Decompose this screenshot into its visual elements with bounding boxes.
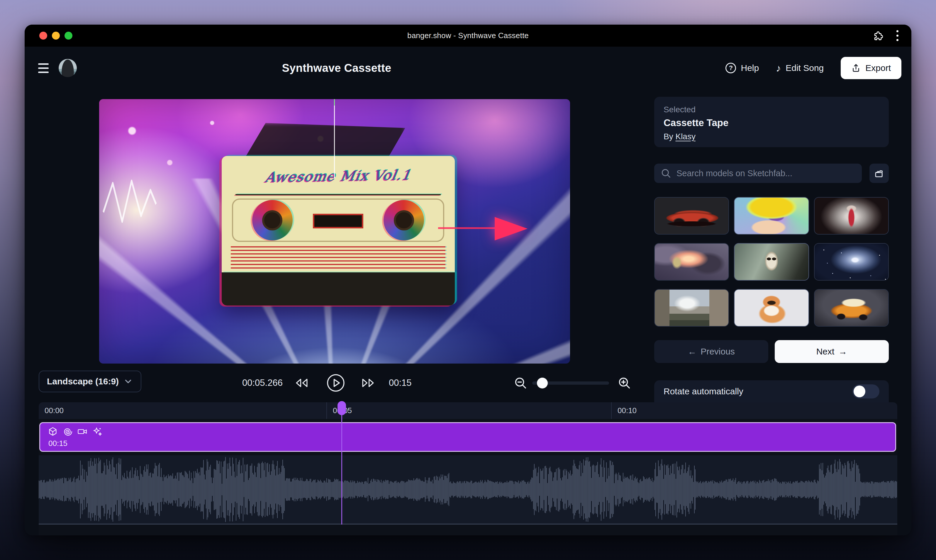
window-title: banger.show - Synthwave Cassette (25, 31, 911, 40)
arrow-right-icon: → (838, 346, 847, 357)
model-thumbnail-storm-angel[interactable] (654, 243, 729, 281)
zoom-out-button[interactable] (514, 363, 527, 402)
fast-forward-button[interactable] (361, 363, 375, 402)
current-time: 00:05.266 (242, 363, 283, 402)
zoom-window-button[interactable] (65, 32, 72, 40)
lightning-zigzag (102, 171, 158, 234)
total-duration: 00:15 (389, 363, 412, 402)
rotate-setting-panel: Rotate automatically (654, 380, 889, 403)
clapperboard-icon (874, 168, 885, 179)
cassette-stripes (231, 246, 445, 269)
edit-song-button[interactable]: ♪ Edit Song (776, 62, 824, 74)
model-sidebar: Selected Cassette Tape By Klasy (654, 97, 889, 147)
share-upload-icon (851, 63, 861, 73)
arrow-left-icon: ← (688, 346, 696, 357)
cassette-base (222, 272, 455, 305)
search-icon (660, 168, 671, 178)
model-thumbnail-galaxy[interactable] (814, 243, 889, 281)
previous-page-button[interactable]: ← Previous (654, 340, 768, 363)
page-title: Synthwave Cassette (282, 47, 391, 89)
next-page-button[interactable]: Next → (775, 340, 889, 363)
sparkles-icon (92, 426, 102, 437)
audio-waveform[interactable] (39, 455, 897, 525)
model-thumbnail-city-street[interactable] (654, 289, 729, 327)
chevron-down-icon (123, 377, 133, 386)
rewind-button[interactable] (294, 363, 309, 402)
cassette-label-text: Awesome Mix Vol.1 Awesome Mix Vol.1 Awes… (222, 161, 455, 191)
model-thumbnail-anime-girl[interactable] (734, 197, 809, 235)
right-reel (383, 200, 424, 240)
window-controls (39, 25, 72, 47)
author-link[interactable]: Klasy (675, 132, 695, 141)
ruler-marker: 00:00 (39, 406, 64, 415)
render-viewport[interactable]: Awesome Mix Vol.1 Awesome Mix Vol.1 Awes… (99, 99, 570, 363)
zoom-slider-knob[interactable] (537, 378, 548, 388)
extensions-icon[interactable] (872, 31, 883, 41)
music-note-icon: ♪ (776, 62, 781, 74)
model-thumbnail-red-sports-car[interactable] (654, 197, 729, 235)
avatar[interactable] (58, 59, 77, 77)
zoom-in-button[interactable] (617, 363, 631, 402)
browser-titlebar: banger.show - Synthwave Cassette (25, 25, 911, 47)
model-grid (654, 197, 889, 327)
hamburger-menu-icon[interactable] (38, 63, 49, 73)
aspect-ratio-select[interactable]: Landscape (16:9) (39, 371, 141, 392)
minimize-window-button[interactable] (52, 32, 60, 40)
rotate-label: Rotate automatically (664, 386, 744, 396)
fast-forward-icon (361, 377, 375, 389)
scan-hairline (334, 99, 335, 178)
selected-model-name: Cassette Tape (664, 117, 879, 128)
arrow-line (438, 227, 499, 229)
red-arrow (495, 217, 528, 240)
model-search-field[interactable] (654, 164, 862, 183)
timeline-ruler[interactable]: 00:00 00:05 00:10 (39, 402, 897, 419)
selected-model-panel: Selected Cassette Tape By Klasy (654, 97, 889, 147)
playhead-line (341, 415, 342, 525)
playback-controls: Landscape (16:9) 00:05.266 00:15 (25, 363, 640, 402)
play-button[interactable] (327, 363, 345, 402)
swirl-icon (62, 426, 72, 437)
model-thumbnail-toy-car[interactable] (814, 289, 889, 327)
export-button[interactable]: Export (841, 57, 901, 79)
model-thumbnail-skull[interactable] (734, 243, 809, 281)
cassette-model[interactable]: Awesome Mix Vol.1 Awesome Mix Vol.1 Awes… (222, 156, 455, 306)
help-icon: ? (725, 63, 736, 73)
app-window: banger.show - Synthwave Cassette Synthwa… (25, 25, 911, 535)
playhead-handle[interactable] (337, 401, 346, 415)
browser-menu-icon[interactable] (896, 30, 899, 41)
model-thumbnail-shiba-dog[interactable] (734, 289, 809, 327)
zoom-out-icon (514, 376, 527, 390)
model-thumbnail-fantasy-warrior[interactable] (814, 197, 889, 235)
label-underline (236, 194, 441, 195)
close-window-button[interactable] (39, 32, 47, 40)
scene-clip[interactable]: 00:15 (39, 422, 896, 452)
play-icon (327, 374, 345, 392)
cassette-window (232, 198, 444, 242)
random-model-button[interactable] (870, 164, 889, 183)
ruler-marker: 00:10 (612, 406, 637, 415)
toggle-knob (854, 386, 865, 397)
search-input[interactable] (676, 169, 855, 178)
rotate-toggle[interactable] (853, 385, 879, 398)
tape-window (313, 214, 363, 228)
timeline-zoom-slider[interactable] (532, 382, 609, 385)
selected-heading: Selected (664, 105, 879, 114)
video-camera-icon (77, 426, 88, 437)
clip-duration-label: 00:15 (48, 439, 68, 448)
app-header: Synthwave Cassette ? Help ♪ Edit Song Ex… (25, 47, 911, 89)
selected-model-author: By Klasy (664, 132, 879, 141)
left-reel (252, 200, 292, 240)
rewind-icon (294, 377, 309, 389)
timeline: 00:00 00:05 00:10 0 (39, 402, 897, 535)
help-button[interactable]: ? Help (725, 63, 759, 73)
cube-icon (48, 426, 58, 437)
zoom-in-icon (617, 376, 631, 390)
